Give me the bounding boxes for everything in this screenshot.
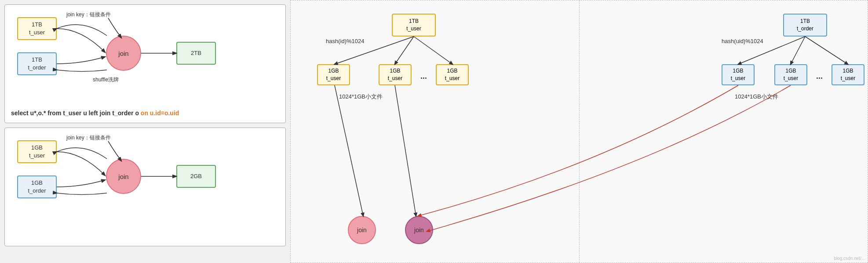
right-left-top-user: 1TB t_user: [392, 14, 436, 37]
right-left-small-2: 1GB t_user: [379, 64, 412, 85]
right-right-small-1: 1GB t_user: [722, 64, 755, 85]
right-right-small-3: 1GB t_user: [832, 64, 864, 85]
right-panel-divider: [579, 0, 580, 263]
sql-text: select u*,o.* from t_user u left join t_…: [11, 110, 179, 117]
right-panel: 1TB t_user hash(id)%1024 1GB t_user 1GB …: [290, 0, 868, 263]
right-left-small-3: 1GB t_user: [436, 64, 469, 85]
right-left-small-label: 1024*1GB小文件: [339, 93, 383, 101]
bottom-join-circle: join: [106, 159, 141, 194]
right-left-join-circle-2: join: [405, 216, 433, 244]
bottom-joinkey-label: join key：链接条件: [66, 134, 111, 142]
bottom-result-node: 2GB: [176, 165, 216, 188]
right-left-hash-label: hash(id)%1024: [326, 38, 364, 44]
right-right-small-label: 1024*1GB小文件: [735, 93, 778, 101]
left-panel: 1TB t_user 1TB t_order join 2TB join key…: [0, 0, 290, 263]
right-right-small-2: 1GB t_user: [774, 64, 807, 85]
right-right-hash-label: hash(uid)%1024: [722, 38, 763, 44]
bottom-user-node: 1GB t_user: [17, 140, 57, 163]
watermark: blog.csdn.net/...: [834, 256, 865, 261]
right-left-dots: ...: [420, 72, 427, 81]
top-result-node: 2TB: [176, 42, 216, 65]
top-shuffle-label: shuffle洗牌: [93, 76, 119, 84]
top-diagram-box: 1TB t_user 1TB t_order join 2TB join key…: [4, 4, 286, 123]
top-order-node: 1TB t_order: [17, 52, 57, 75]
top-user-node: 1TB t_user: [17, 17, 57, 40]
right-right-top-order: 1TB t_order: [783, 14, 827, 37]
top-join-circle: join: [106, 36, 141, 71]
right-left-join-circle-1: join: [348, 216, 376, 244]
bottom-diagram-box: 1GB t_user 1GB t_order join 2GB join key…: [4, 128, 286, 246]
bottom-order-node: 1GB t_order: [17, 175, 57, 198]
top-joinkey-label: join key：链接条件: [66, 11, 111, 18]
right-right-dots: ...: [816, 72, 823, 81]
right-left-small-1: 1GB t_user: [317, 64, 350, 85]
